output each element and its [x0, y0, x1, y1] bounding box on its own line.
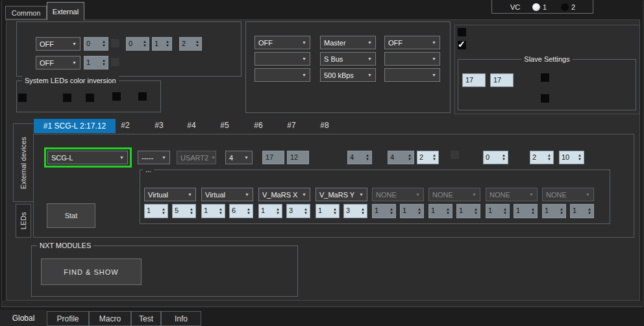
alt-group-select[interactable]: -----▼: [138, 151, 170, 164]
spinner-down-icon[interactable]: ▼: [247, 212, 251, 215]
vc-radio-1[interactable]: [532, 3, 540, 11]
spinner-down-icon[interactable]: ▼: [166, 44, 169, 47]
vc-radio-2[interactable]: [561, 3, 569, 11]
side-tab-external-devices[interactable]: External devices: [13, 123, 33, 202]
spinner-down-icon[interactable]: ▼: [432, 158, 436, 161]
device-select[interactable]: SCG-L▼: [47, 151, 128, 164]
spinner-down-icon[interactable]: ▼: [190, 212, 193, 215]
device-tab-5[interactable]: #5: [212, 121, 238, 131]
usart3-option2-select[interactable]: ▼: [384, 52, 440, 66]
enc-n-spinner[interactable]: 0▲▼: [483, 151, 508, 164]
sysled-4-checkbox[interactable]: [138, 92, 147, 101]
usart2-protocol-select[interactable]: S Bus▼: [320, 52, 376, 66]
axis-3-spinner-a[interactable]: 1▲▼: [258, 204, 282, 218]
axis-4-spinner-a[interactable]: 1▲▼: [316, 204, 340, 218]
sysled-1-checkbox[interactable]: [63, 94, 71, 102]
usart2-mode-select[interactable]: Master▼: [320, 36, 376, 49]
usart1-option2-select[interactable]: ▼: [254, 52, 310, 66]
spinner-down-icon[interactable]: ▼: [578, 158, 582, 161]
spinner-down-icon[interactable]: ▼: [333, 212, 337, 215]
axis-1-type-select[interactable]: Virtual▼: [144, 188, 196, 201]
axis-2-spinner-a[interactable]: 1▲▼: [201, 204, 225, 218]
side-tab-leds[interactable]: LEDs: [16, 204, 31, 238]
usart2-baud-select[interactable]: 500 kBps▼: [320, 68, 376, 82]
spinner-up-icon[interactable]: ▲: [276, 208, 280, 211]
spinner-down-icon[interactable]: ▼: [143, 44, 147, 47]
bottom-tab-global[interactable]: Global: [0, 310, 47, 326]
spinner-down-icon[interactable]: ▼: [408, 158, 412, 161]
spi1-row-spinner[interactable]: 0▲▼: [126, 37, 149, 51]
encoders-virtualization-checkbox[interactable]: [458, 41, 466, 49]
spinner-down-icon[interactable]: ▼: [547, 158, 551, 161]
device-tab-6[interactable]: #6: [245, 121, 271, 131]
spinner-up-icon[interactable]: ▲: [333, 208, 337, 211]
adrh-field[interactable]: 17: [262, 151, 284, 164]
device-tab-4[interactable]: #4: [179, 121, 204, 131]
axis-3-spinner-b[interactable]: 3▲▼: [286, 204, 310, 218]
spinner-up-icon[interactable]: ▲: [247, 208, 251, 211]
device-tab-8[interactable]: #8: [312, 121, 338, 131]
usart1-option3-select[interactable]: ▼: [254, 68, 310, 82]
find-show-button[interactable]: FIND & SHOW: [41, 258, 142, 285]
axis-1-spinner-a[interactable]: 1▲▼: [144, 204, 168, 218]
axis-2-spinner-b[interactable]: 6▲▼: [229, 204, 253, 218]
reg-n-spinner[interactable]: 4▲▼: [388, 151, 414, 164]
axis-2-type-select[interactable]: Virtual▼: [201, 188, 253, 201]
tab-common[interactable]: Common: [5, 6, 47, 19]
adrl-field[interactable]: 12: [287, 151, 309, 164]
spi2-inv-checkbox[interactable]: [111, 58, 119, 66]
tab-external[interactable]: External: [47, 2, 84, 20]
auto-checkbox[interactable]: [451, 151, 459, 159]
device-tab-2[interactable]: #2: [112, 121, 138, 131]
device-tab-7[interactable]: #7: [279, 121, 304, 131]
spinner-up-icon[interactable]: ▲: [162, 208, 166, 211]
spinner-down-icon[interactable]: ▼: [219, 212, 223, 215]
spinner-down-icon[interactable]: ▼: [365, 158, 369, 161]
axis-4-spinner-b[interactable]: 3▲▼: [343, 204, 367, 218]
spi1-mode-select[interactable]: OFF▼: [36, 37, 80, 51]
stat-button[interactable]: Stat: [47, 203, 95, 228]
spinner-down-icon[interactable]: ▼: [502, 158, 506, 161]
spinner-up-icon[interactable]: ▲: [190, 208, 193, 211]
spi2-mode-select[interactable]: OFF▼: [36, 56, 80, 69]
usart3-mode-select[interactable]: OFF▼: [384, 36, 440, 49]
device-tab-1[interactable]: #1 SCG-L 2:17.12: [34, 119, 116, 133]
device-tab-3[interactable]: #3: [146, 121, 172, 131]
ax-n-spinner[interactable]: 4▲▼: [347, 151, 372, 164]
spinner-down-icon[interactable]: ▼: [102, 44, 106, 47]
spi1-base-spinner[interactable]: 2▲▼: [179, 37, 202, 51]
sysled-2-checkbox[interactable]: [86, 94, 94, 102]
slave-adrl-field[interactable]: 17: [490, 73, 514, 87]
spinner-down-icon[interactable]: ▼: [276, 212, 280, 215]
leds-n-spinner[interactable]: 2▲▼: [530, 151, 554, 164]
spinner-down-icon[interactable]: ▼: [195, 44, 199, 47]
spi1-col-spinner[interactable]: 1▲▼: [152, 37, 172, 51]
spi2-regn-spinner[interactable]: 1▲▼: [84, 56, 108, 69]
sysled-3-checkbox[interactable]: [112, 92, 121, 101]
leds-base-spinner[interactable]: 10▲▼: [559, 151, 584, 164]
global-shifts-checkbox[interactable]: [541, 73, 549, 82]
spinner-up-icon[interactable]: ▲: [361, 208, 365, 211]
bottom-tab-info[interactable]: Info: [161, 311, 201, 326]
poll-select[interactable]: 4▼: [225, 151, 253, 164]
slave-adrh-field[interactable]: 17: [462, 73, 486, 87]
usart3-option3-select[interactable]: ▼: [384, 68, 440, 82]
base-spinner[interactable]: 2▲▼: [417, 151, 439, 164]
spinner-down-icon[interactable]: ▼: [304, 212, 308, 215]
spinner-up-icon[interactable]: ▲: [219, 208, 223, 211]
usart1-mode-select[interactable]: OFF▼: [254, 36, 310, 49]
bottom-tab-profile[interactable]: Profile: [47, 311, 89, 326]
global-subshifts-checkbox[interactable]: [541, 94, 549, 103]
sysled-0-checkbox[interactable]: [18, 94, 27, 102]
bottom-tab-macro[interactable]: Macro: [89, 311, 131, 326]
virtual-bus-checkbox[interactable]: [458, 28, 466, 36]
spi1-regn-spinner[interactable]: 0▲▼: [84, 37, 108, 51]
spinner-down-icon[interactable]: ▼: [361, 212, 365, 215]
axis-3-type-select[interactable]: V_MaRS X▼: [258, 188, 310, 201]
spinner-down-icon[interactable]: ▼: [162, 212, 166, 215]
bottom-tab-test[interactable]: Test: [131, 311, 161, 326]
spi1-inv-checkbox[interactable]: [111, 39, 119, 47]
axis-1-spinner-b[interactable]: 5▲▼: [172, 204, 196, 218]
spinner-up-icon[interactable]: ▲: [304, 208, 308, 211]
spinner-down-icon[interactable]: ▼: [102, 63, 106, 66]
